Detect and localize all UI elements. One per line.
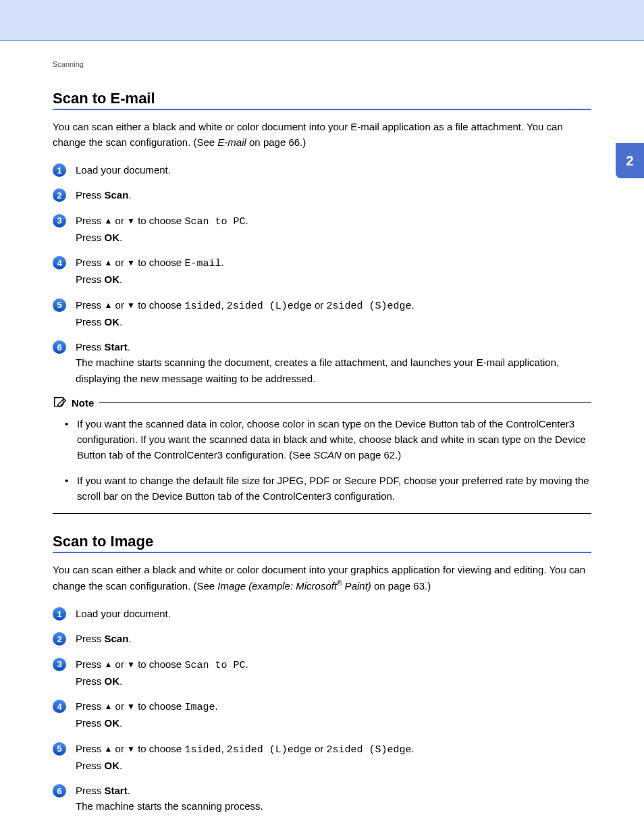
- step-number-icon: 4: [53, 700, 66, 713]
- note-end-rule: [53, 513, 591, 514]
- intro-link-image[interactable]: Image (example: Microsoft® Paint): [217, 580, 371, 592]
- text: .: [128, 633, 131, 644]
- text: .: [119, 232, 122, 243]
- intro-text-post: on page 63.): [371, 580, 431, 592]
- menu-option: 1sided: [184, 744, 221, 756]
- section1-intro: You can scan either a black and white or…: [53, 120, 591, 150]
- ok-key: OK: [105, 316, 120, 328]
- text: .: [411, 299, 414, 311]
- text: Press: [76, 316, 105, 328]
- step-5-body: Press ▲ or ▼ to choose 1sided, 2sided (L…: [76, 297, 591, 330]
- text: .: [128, 785, 130, 796]
- text: Press: [76, 299, 105, 311]
- step-5: 5 Press ▲ or ▼ to choose 1sided, 2sided …: [53, 297, 591, 330]
- text: Press: [76, 717, 105, 729]
- text: .: [119, 760, 122, 771]
- text: Press: [76, 341, 105, 353]
- ok-key: OK: [105, 232, 120, 243]
- step-3b-body: Press ▲ or ▼ to choose Scan to PC. Press…: [76, 656, 591, 689]
- ok-key: OK: [105, 273, 120, 285]
- step-5b: 5 Press ▲ or ▼ to choose 1sided, 2sided …: [53, 741, 591, 774]
- text: .: [119, 717, 122, 729]
- step-4b-body: Press ▲ or ▼ to choose Image. Press OK.: [76, 698, 591, 731]
- note-icon: [53, 396, 68, 411]
- text: .: [221, 257, 223, 268]
- section-title-scan-to-image: Scan to Image: [53, 533, 591, 553]
- up-arrow-icon: ▲: [105, 301, 113, 310]
- step-number-icon: 1: [53, 163, 66, 177]
- text: Press: [76, 273, 105, 285]
- text: or: [112, 743, 127, 754]
- ok-key: OK: [105, 675, 120, 687]
- text: or: [312, 299, 327, 311]
- text: .: [128, 341, 130, 353]
- document-page: 2 Scanning Scan to E-mail You can scan e…: [0, 0, 644, 834]
- text: Press: [76, 633, 105, 644]
- step-6b-body: Press Start. The machine starts the scan…: [76, 783, 591, 814]
- ok-key: OK: [105, 717, 120, 729]
- down-arrow-icon: ▼: [127, 660, 135, 669]
- text: to choose: [135, 215, 184, 226]
- step-4b: 4 Press ▲ or ▼ to choose Image. Press OK…: [53, 698, 591, 731]
- step-4-body: Press ▲ or ▼ to choose E-mail. Press OK.: [76, 255, 591, 288]
- text: Press: [76, 675, 105, 687]
- up-arrow-icon: ▲: [105, 258, 113, 267]
- note-item-2: If you want to change the default file s…: [62, 473, 591, 504]
- step-1-body: Load your document.: [76, 162, 591, 178]
- text: Press: [76, 785, 105, 796]
- text: The machine starts scanning the document…: [76, 357, 559, 384]
- step-6: 6 Press Start. The machine starts scanni…: [53, 339, 591, 386]
- step-number-icon: 2: [53, 632, 66, 646]
- step-2-body: Press Scan.: [76, 187, 591, 203]
- menu-option: Scan to PC: [184, 216, 245, 228]
- step-2: 2 Press Scan.: [53, 187, 591, 203]
- text: Paint): [342, 580, 371, 592]
- step-number-icon: 1: [53, 607, 66, 621]
- device-button-tab: Device Button: [152, 490, 215, 502]
- text: .: [119, 316, 122, 328]
- menu-option: E-mail: [184, 258, 221, 269]
- step-4: 4 Press ▲ or ▼ to choose E-mail. Press O…: [53, 255, 591, 288]
- ok-key: OK: [105, 760, 120, 771]
- step-2b-body: Press Scan.: [76, 631, 591, 646]
- step-number-icon: 6: [53, 340, 66, 354]
- note-header: Note: [53, 396, 591, 411]
- text: tab of the ControlCenter3 configuration.: [215, 490, 395, 502]
- text: to choose: [135, 299, 184, 311]
- scan-key: Scan: [105, 189, 129, 201]
- text: to choose: [135, 257, 184, 268]
- down-arrow-icon: ▼: [127, 744, 135, 754]
- step-number-icon: 5: [53, 742, 66, 756]
- text: to choose: [135, 658, 184, 670]
- text: Press: [76, 215, 105, 226]
- down-arrow-icon: ▼: [127, 702, 135, 711]
- text: Press: [76, 658, 105, 670]
- note-list: If you want the scanned data in color, c…: [53, 416, 591, 504]
- step-number-icon: 3: [53, 658, 66, 671]
- up-arrow-icon: ▲: [105, 702, 113, 711]
- text: or: [112, 658, 127, 670]
- up-arrow-icon: ▲: [105, 216, 113, 226]
- text: .: [245, 658, 248, 670]
- text: .: [215, 700, 217, 712]
- chapter-tab: 2: [616, 143, 644, 178]
- text: Image (example: Microsoft: [217, 580, 337, 592]
- link-scan[interactable]: SCAN: [313, 449, 342, 461]
- up-arrow-icon: ▲: [105, 660, 113, 669]
- text: .: [411, 743, 414, 754]
- page-content: Scanning Scan to E-mail You can scan eit…: [53, 41, 591, 834]
- text: Press: [76, 189, 105, 201]
- step-6b: 6 Press Start. The machine starts the sc…: [53, 783, 591, 814]
- text: .: [119, 273, 122, 285]
- intro-link-email[interactable]: E-mail: [217, 136, 246, 148]
- text: The machine starts the scanning process.: [76, 800, 263, 812]
- menu-option: 2sided (L)edge: [227, 744, 312, 756]
- step-1: 1 Load your document.: [53, 162, 591, 178]
- step-number-icon: 3: [53, 214, 66, 228]
- step-number-icon: 4: [53, 256, 66, 269]
- device-button-tab: Device Button: [395, 418, 458, 429]
- text: ,: [221, 743, 226, 754]
- step-6-body: Press Start. The machine starts scanning…: [76, 339, 591, 386]
- down-arrow-icon: ▼: [127, 258, 135, 267]
- intro-text-post: on page 66.): [246, 136, 306, 148]
